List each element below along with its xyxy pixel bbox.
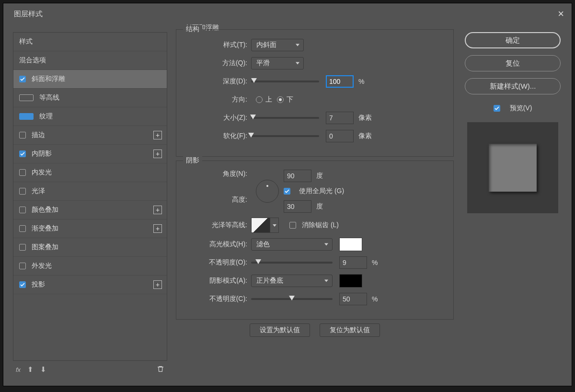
bevel-group: 斜面和浮雕 结构 样式(T): 内斜面 方法(Q): 平滑 深度(D): bbox=[176, 28, 454, 337]
shadow-color-swatch[interactable] bbox=[339, 274, 362, 288]
cancel-button[interactable]: 复位 bbox=[465, 55, 561, 71]
percent-unit: % bbox=[372, 295, 387, 303]
trash-icon[interactable] bbox=[157, 365, 164, 375]
percent-unit: % bbox=[372, 259, 387, 266]
soften-input[interactable] bbox=[326, 130, 354, 142]
preview-checkbox[interactable] bbox=[494, 105, 500, 112]
effect-checkbox[interactable] bbox=[19, 150, 26, 157]
sidebar-item-label: 光泽 bbox=[32, 187, 45, 196]
ok-button[interactable]: 确定 bbox=[465, 32, 561, 48]
effect-checkbox[interactable] bbox=[19, 188, 26, 195]
highlight-opacity-input[interactable] bbox=[339, 256, 367, 269]
sidebar-item-9[interactable]: 图案叠加 bbox=[13, 238, 167, 257]
move-up-icon[interactable]: ⬆ bbox=[27, 365, 34, 374]
shadow-opacity-slider[interactable] bbox=[251, 298, 333, 300]
shadow-opacity-label: 不透明度(C): bbox=[181, 295, 251, 303]
effect-checkbox[interactable] bbox=[19, 244, 26, 251]
add-effect-icon[interactable]: + bbox=[153, 131, 162, 139]
highlight-mode-select[interactable]: 滤色 bbox=[251, 238, 333, 251]
add-effect-icon[interactable]: + bbox=[153, 280, 162, 289]
effect-checkbox[interactable] bbox=[19, 76, 26, 82]
gloss-contour-swatch[interactable] bbox=[251, 218, 270, 233]
highlight-opacity-slider[interactable] bbox=[251, 262, 333, 264]
preview-thumbnail bbox=[467, 122, 558, 213]
sidebar-item-label: 内阴影 bbox=[32, 150, 52, 158]
direction-down-label: 下 bbox=[287, 95, 293, 104]
effect-checkbox[interactable] bbox=[19, 132, 26, 138]
reset-default-button[interactable]: 复位为默认值 bbox=[320, 323, 380, 337]
gloss-contour-dropdown[interactable] bbox=[270, 218, 279, 233]
sidebar-header-styles[interactable]: 样式 bbox=[13, 33, 167, 51]
sidebar-header-blend[interactable]: 混合选项 bbox=[13, 51, 167, 70]
sidebar-item-3[interactable]: 描边+ bbox=[13, 126, 167, 145]
sidebar-item-4[interactable]: 内阴影+ bbox=[13, 145, 167, 163]
sidebar-item-1[interactable]: 等高线 bbox=[13, 89, 167, 107]
effect-checkbox[interactable] bbox=[19, 207, 26, 213]
style-select[interactable]: 内斜面 bbox=[251, 39, 304, 51]
effect-checkbox[interactable] bbox=[19, 94, 34, 101]
effect-checkbox[interactable] bbox=[19, 281, 26, 288]
fx-menu-icon[interactable]: fx bbox=[16, 366, 21, 373]
preview-label: 预览(V) bbox=[510, 104, 532, 113]
direction-up-radio[interactable] bbox=[256, 96, 263, 103]
effect-checkbox[interactable] bbox=[19, 263, 26, 269]
angle-dial[interactable] bbox=[256, 180, 279, 203]
altitude-input[interactable] bbox=[284, 200, 311, 213]
sidebar-footer: fx ⬆ ⬇ bbox=[13, 361, 167, 378]
move-down-icon[interactable]: ⬇ bbox=[40, 365, 46, 374]
layer-style-dialog: 图层样式 × 样式 混合选项 斜面和浮雕等高线纹理描边+内阴影+内发光光泽颜色叠… bbox=[3, 3, 572, 386]
depth-input[interactable] bbox=[326, 75, 354, 88]
set-default-button[interactable]: 设置为默认值 bbox=[250, 323, 310, 337]
sidebar-item-0[interactable]: 斜面和浮雕 bbox=[13, 70, 167, 89]
direction-down-radio[interactable] bbox=[277, 96, 284, 103]
sidebar-item-5[interactable]: 内发光 bbox=[13, 163, 167, 182]
sidebar-item-2[interactable]: 纹理 bbox=[13, 107, 167, 126]
method-select[interactable]: 平滑 bbox=[251, 57, 304, 69]
sidebar-item-label: 纹理 bbox=[39, 112, 53, 121]
sidebar-item-11[interactable]: 投影+ bbox=[13, 276, 167, 294]
antialias-checkbox[interactable] bbox=[289, 222, 296, 229]
sidebar-item-label: 描边 bbox=[32, 131, 45, 139]
depth-unit: % bbox=[358, 78, 374, 85]
add-effect-icon[interactable]: + bbox=[153, 150, 162, 158]
soften-slider[interactable] bbox=[251, 135, 319, 137]
sidebar-item-label: 颜色叠加 bbox=[32, 206, 58, 214]
shadow-opacity-input[interactable] bbox=[339, 293, 367, 305]
sidebar-item-10[interactable]: 外发光 bbox=[13, 257, 167, 276]
angle-input[interactable] bbox=[284, 170, 311, 182]
highlight-mode-label: 高光模式(H): bbox=[181, 240, 251, 249]
altitude-unit: 度 bbox=[316, 202, 332, 211]
new-style-button[interactable]: 新建样式(W)... bbox=[465, 78, 561, 94]
depth-label: 深度(D): bbox=[181, 77, 251, 86]
global-light-label: 使用全局光 (G) bbox=[299, 187, 344, 196]
action-panel: 确定 复位 新建样式(W)... 预览(V) bbox=[460, 24, 572, 383]
effect-checkbox[interactable] bbox=[19, 225, 26, 232]
size-input[interactable] bbox=[326, 112, 354, 124]
close-icon[interactable]: × bbox=[558, 8, 564, 20]
size-slider[interactable] bbox=[251, 117, 319, 119]
shading-group: 阴影 角度(N): 高度: 度 bbox=[176, 161, 454, 320]
shadow-mode-label: 阴影模式(A): bbox=[181, 277, 251, 285]
sidebar-item-6[interactable]: 光泽 bbox=[13, 182, 167, 201]
sidebar-item-8[interactable]: 渐变叠加+ bbox=[13, 219, 167, 238]
titlebar: 图层样式 × bbox=[3, 3, 572, 24]
sidebar-item-label: 外发光 bbox=[32, 262, 52, 270]
direction-up-label: 上 bbox=[265, 95, 272, 104]
shadow-mode-select[interactable]: 正片叠底 bbox=[251, 275, 333, 287]
add-effect-icon[interactable]: + bbox=[153, 224, 162, 233]
soften-label: 软化(F): bbox=[181, 132, 251, 140]
highlight-opacity-label: 不透明度(O): bbox=[181, 258, 251, 267]
global-light-checkbox[interactable] bbox=[284, 188, 290, 195]
sidebar-item-7[interactable]: 颜色叠加+ bbox=[13, 201, 167, 219]
shading-label: 阴影 bbox=[183, 156, 202, 165]
highlight-color-swatch[interactable] bbox=[339, 238, 362, 251]
depth-slider[interactable] bbox=[251, 81, 319, 82]
add-effect-icon[interactable]: + bbox=[153, 206, 162, 214]
sidebar-item-label: 图案叠加 bbox=[32, 243, 58, 252]
sidebar-header-label: 样式 bbox=[19, 37, 33, 46]
effect-checkbox[interactable] bbox=[19, 169, 26, 176]
sidebar-panel: 样式 混合选项 斜面和浮雕等高线纹理描边+内阴影+内发光光泽颜色叠加+渐变叠加+… bbox=[3, 24, 173, 383]
direction-label: 方向: bbox=[181, 95, 251, 104]
angle-label: 角度(N): bbox=[181, 170, 251, 178]
effect-checkbox[interactable] bbox=[19, 113, 34, 120]
